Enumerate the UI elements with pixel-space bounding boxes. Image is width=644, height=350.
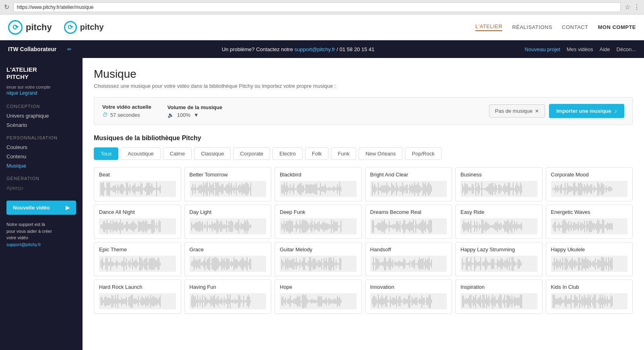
music-card-hope[interactable]: Hope [275, 280, 362, 314]
sidebar-username: nique Legrand [6, 90, 76, 96]
edit-icon[interactable]: ✏ [67, 46, 72, 52]
music-card-kids-in-club[interactable]: Kids In Club [546, 280, 633, 314]
support-email-link[interactable]: support@pitchy.fr [295, 46, 335, 52]
filter-tab-funk[interactable]: Funk [331, 147, 356, 160]
url-bar[interactable] [13, 2, 621, 12]
waveform-guitar-melody [280, 256, 357, 272]
header-actions: Nouveau projet Mes vidéos Aide Décon... [525, 46, 636, 52]
music-card-title-corporate-mood: Corporate Mood [551, 172, 628, 178]
filter-tab-classique[interactable]: Classique [194, 147, 231, 160]
music-card-hard-rock-launch[interactable]: Hard Rock Launch [94, 280, 181, 314]
music-card-title-easy-ride: Easy Ride [460, 209, 537, 215]
sidebar-support-email[interactable]: support@pitchy.fr [6, 242, 41, 247]
music-card-happy-ukulele[interactable]: Happy Ukulele [546, 242, 633, 276]
music-buttons: Pas de musique ✕ Importer une musique ♪ [489, 104, 624, 118]
logo-icon-primary: ⟳ [8, 20, 23, 35]
logo-primary[interactable]: ⟳ pitchy [8, 20, 52, 35]
filter-tab-acoustique[interactable]: Acoustique [121, 147, 160, 160]
import-music-button[interactable]: Importer une musique ♪ [549, 104, 624, 118]
filter-tabs: Tous Acoustique Calme Classique Corporat… [94, 147, 633, 160]
filter-tab-electro[interactable]: Electro [272, 147, 302, 160]
volume-dropdown-icon[interactable]: ▼ [194, 112, 199, 118]
logo-secondary[interactable]: ⟳ pitchy [64, 21, 104, 34]
sidebar-item-contenu[interactable]: Contenu [6, 152, 76, 161]
music-card-title-energetic-waves: Energetic Waves [551, 209, 628, 215]
close-icon[interactable]: ✕ [535, 108, 539, 114]
music-card-bright-and-clear[interactable]: Bright And Clear [365, 167, 452, 201]
waveform-easy-ride [460, 218, 537, 234]
music-card-blackbird[interactable]: Blackbird [275, 167, 362, 201]
waveform-happy-ukulele [551, 256, 628, 272]
music-card-epic-theme[interactable]: Epic Theme [94, 242, 181, 276]
new-video-button[interactable]: Nouvelle vidéo ▶ [6, 201, 76, 215]
mes-videos-link[interactable]: Mes vidéos [567, 46, 593, 52]
music-card-having-fun[interactable]: Having Fun [184, 280, 272, 314]
music-card-innovation[interactable]: Innovation [365, 280, 452, 314]
waveform-blackbird [280, 181, 357, 197]
sidebar-item-univers-graphique[interactable]: Univers graphique [6, 111, 76, 120]
music-card-happy-lazy-strumming[interactable]: Happy Lazy Strumming [455, 242, 543, 276]
main-content: Musique Choisissez une musique pour votr… [83, 58, 644, 350]
waveform-bright-and-clear [370, 181, 447, 197]
filter-tab-tous[interactable]: Tous [94, 147, 118, 160]
filter-tab-corporate[interactable]: Corporate [233, 147, 270, 160]
waveform-corporate-mood [551, 181, 628, 197]
music-card-better-tomorrow[interactable]: Better Tomorrow [184, 167, 272, 201]
music-card-title-guitar-melody: Guitar Melody [280, 246, 357, 253]
waveform-dance-all-night [99, 218, 176, 234]
sidebar-section-conception: Conception [6, 104, 76, 109]
star-icon[interactable]: ☆ [625, 3, 630, 11]
music-card-title-dance-all-night: Dance All Night [99, 209, 176, 215]
music-card-title-happy-ukulele: Happy Ukulele [551, 246, 628, 253]
sidebar-item-scenario[interactable]: Scénario [6, 120, 76, 130]
nav-link-contact[interactable]: CONTACT [562, 24, 588, 30]
sidebar-item-musique[interactable]: Musique [6, 161, 76, 170]
music-card-title-hard-rock-launch: Hard Rock Launch [99, 284, 176, 290]
sidebar-item-couleurs[interactable]: Couleurs [6, 143, 76, 152]
aide-link[interactable]: Aide [600, 46, 610, 52]
filter-tab-folk[interactable]: Folk [305, 147, 329, 160]
music-card-title-blackbird: Blackbird [280, 172, 357, 178]
music-card-title-grace: Grace [190, 246, 266, 253]
music-card-dance-all-night[interactable]: Dance All Night [94, 205, 181, 239]
music-card-guitar-melody[interactable]: Guitar Melody [275, 242, 362, 276]
menu-icon[interactable]: ⋮ [634, 3, 640, 11]
video-duration-section: Votre vidéo actuelle ⏱ 57 secondes [102, 104, 151, 118]
sidebar-welcome: enue sur votre compte [6, 85, 76, 89]
music-note-icon: ♪ [615, 108, 617, 114]
reload-icon[interactable]: ↻ [4, 3, 9, 11]
music-card-title-day-light: Day Light [190, 209, 266, 215]
music-card-title-innovation: Innovation [370, 284, 447, 290]
waveform-better-tomorrow [190, 181, 266, 197]
filter-tab-new-orleans[interactable]: New Orleans [359, 147, 402, 160]
no-music-button[interactable]: Pas de musique ✕ [489, 104, 545, 118]
music-card-handsoff[interactable]: Handsoff [365, 242, 452, 276]
music-grid: Beat Better Tomorrow Blackbird Bright An… [94, 167, 633, 314]
waveform-inspiration [460, 293, 537, 309]
filter-tab-calme[interactable]: Calme [163, 147, 192, 160]
sidebar-item-apercu[interactable]: Aperçu [6, 183, 76, 193]
nouveau-projet-link[interactable]: Nouveau projet [525, 46, 560, 52]
music-card-day-light[interactable]: Day Light [184, 205, 272, 239]
filter-tab-pop-rock[interactable]: Pop/Rock [405, 147, 441, 160]
music-card-beat[interactable]: Beat [94, 167, 181, 201]
music-card-energetic-waves[interactable]: Energetic Waves [546, 205, 633, 239]
support-text: Un problème? Contactez notre support@pit… [222, 46, 374, 52]
music-card-deep-funk[interactable]: Deep Funk [275, 205, 362, 239]
music-card-corporate-mood[interactable]: Corporate Mood [546, 167, 633, 201]
music-card-grace[interactable]: Grace [184, 242, 272, 276]
library-title: Musiques de la bibliothèque Pitchy [94, 135, 633, 142]
deconnexion-link[interactable]: Décon... [617, 46, 636, 52]
music-card-business[interactable]: Business [455, 167, 543, 201]
nav-link-realisations[interactable]: RÉALISATIONS [512, 24, 552, 30]
music-card-inspiration[interactable]: Inspiration [455, 280, 543, 314]
volume-section: Volume de la musique 🔈 100% ▼ [167, 104, 222, 118]
nav-link-atelier[interactable]: L'ATELIER [475, 23, 502, 31]
waveform-beat [99, 181, 176, 197]
music-card-dreams-become-real[interactable]: Dreams Become Real [365, 205, 452, 239]
music-card-easy-ride[interactable]: Easy Ride [455, 205, 543, 239]
current-video-label: Votre vidéo actuelle [102, 104, 151, 110]
nav-link-moncompte[interactable]: MON COMPTE [598, 24, 636, 30]
top-nav-links: L'ATELIER RÉALISATIONS CONTACT MON COMPT… [475, 23, 636, 31]
logo-text-secondary: pitchy [80, 23, 104, 32]
